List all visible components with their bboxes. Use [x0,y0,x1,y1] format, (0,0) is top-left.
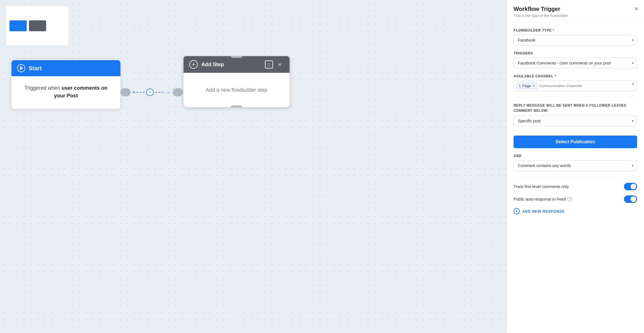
channel-chevron-icon: ▾ [632,82,634,86]
connector-dash-1 [136,92,145,93]
start-node-body-text: Triggered when user comments on your Pos… [24,85,107,99]
panel-title: Workflow Trigger [514,6,637,12]
required-star-type: * [553,28,554,32]
triggers-select[interactable]: Facebook Comments - User comments on you… [514,58,637,68]
add-step-body: Add a new flowbuilder step [184,73,290,107]
triggers-field: TRIGGERS Facebook Comments - User commen… [514,51,637,68]
add-step-bottom-handle [230,105,243,107]
connector-x-icon[interactable]: × [146,89,154,96]
right-panel: Workflow Trigger This is the start of th… [506,0,644,333]
public-auto-response-knob [631,196,636,202]
track-first-level-row: Track first-level comments only [514,183,637,190]
available-channel-label: AVAILABLE CHANNEL * [514,74,637,78]
play-icon [17,64,25,72]
channel-tag-l-page: L Page × [517,83,538,89]
add-step-square-icon[interactable]: □ [265,60,273,68]
specific-post-select[interactable]: Specific post [514,115,637,126]
flowbuilder-type-select[interactable]: Facebook [514,35,637,46]
canvas-area: Start Triggered when user comments on yo… [0,0,506,333]
channel-tag-input[interactable]: L Page × ▾ [514,81,637,91]
connector-left-handle [120,88,131,96]
connector-arrow-icon: → [165,89,170,95]
flowbuilder-type-label: FLOWBUILDER TYPE * [514,28,637,32]
connector-right-handle [173,88,183,96]
plus-circle-icon: + [189,60,198,69]
add-step-top-handle [230,56,243,58]
reply-message-label: REPLY MESSAGE WILL BE SENT WHEN A FOLLOW… [514,103,637,113]
connector-dot-1 [133,91,135,93]
start-node-body: Triggered when user comments on your Pos… [11,76,120,109]
comment-contains-select[interactable]: Comment contains any words [514,160,637,171]
add-step-header-left: + Add Step [189,60,224,69]
add-step-close-icon[interactable]: × [276,60,284,68]
triggers-label: TRIGGERS [514,51,637,55]
add-new-response-button[interactable]: + ADD NEW RESPONSE [514,208,637,214]
available-channel-field: AVAILABLE CHANNEL * L Page × ▾ [514,74,637,91]
public-auto-response-toggle[interactable] [624,195,637,203]
add-step-header: + Add Step □ × [184,56,290,73]
comment-contains-select-wrapper: Comment contains any words ▾ [514,160,637,171]
divider-2 [514,177,637,177]
panel-body: FLOWBUILDER TYPE * Facebook ▾ TRIGGERS F… [507,23,644,333]
channel-tag-input-field[interactable] [539,84,631,88]
start-node: Start Triggered when user comments on yo… [11,60,120,109]
public-auto-response-label: Public auto-response in Feed ? [514,197,572,201]
add-response-plus-icon: + [514,208,520,214]
connector-line: × → [131,89,173,96]
divider-1 [514,97,637,97]
select-publication-button[interactable]: Select Publication [514,136,637,148]
public-auto-response-help-icon[interactable]: ? [567,197,572,201]
track-first-level-knob [631,184,636,189]
public-auto-response-row: Public auto-response in Feed ? [514,195,637,203]
add-step-node: + Add Step □ × Add a new flowbuilder ste… [184,56,290,107]
play-triangle-icon [20,66,23,70]
channel-tag-remove-icon[interactable]: × [533,84,535,88]
panel-header: Workflow Trigger This is the start of th… [507,0,644,23]
add-step-header-right[interactable]: □ × [265,60,284,68]
flowbuilder-type-field: FLOWBUILDER TYPE * Facebook ▾ [514,28,637,46]
reply-message-field: REPLY MESSAGE WILL BE SENT WHEN A FOLLOW… [514,103,637,126]
panel-close-button[interactable]: × [635,5,638,13]
add-step-body-text: Add a new flowbuilder step [206,87,267,93]
minimap-step-block [29,20,46,31]
start-node-header: Start [11,60,120,76]
minimap-start-block [9,20,27,31]
track-first-level-toggle[interactable] [624,183,637,190]
panel-subtitle: This is the start of the flowbuilder [514,13,637,18]
triggers-select-wrapper: Facebook Comments - User comments on you… [514,58,637,68]
required-star-channel: * [555,74,556,78]
track-first-level-label: Track first-level comments only [514,184,569,189]
channel-tag-label: L Page [519,84,531,88]
connector-dash-2 [155,92,163,93]
start-node-title: Start [29,65,42,72]
specific-post-select-wrapper: Specific post ▾ [514,115,637,126]
flowbuilder-type-select-wrapper: Facebook ▾ [514,35,637,46]
connector-area: × → [120,88,183,96]
start-node-bold-text: user comments on your Post [54,85,107,99]
and-label: AND [514,154,637,158]
comment-contains-field: Comment contains any words ▾ [514,160,637,171]
add-response-label: ADD NEW RESPONSE [522,209,565,213]
minimap [6,6,69,46]
add-step-title: Add Step [201,62,224,68]
